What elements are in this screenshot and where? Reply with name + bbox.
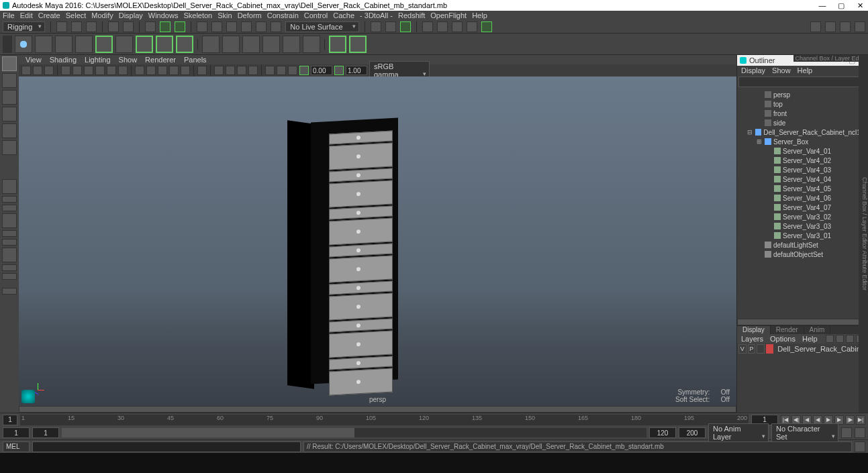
camera-select-icon[interactable] — [21, 66, 31, 75]
menu-file[interactable]: File — [3, 11, 15, 19]
menu-deform[interactable]: Deform — [238, 11, 262, 19]
skin-bind-icon[interactable] — [95, 36, 113, 53]
select-mode-icon[interactable] — [145, 21, 156, 32]
layout-persp-icon[interactable] — [2, 248, 17, 262]
outliner-item-Server_Var4_06[interactable]: Server_Var4_06 — [737, 193, 868, 203]
outliner-item-defaultLightSet[interactable]: defaultLightSet — [737, 240, 868, 250]
menu-help[interactable]: Help — [472, 11, 487, 19]
far-clip-input[interactable] — [346, 66, 367, 75]
server-rack-model[interactable] — [287, 120, 398, 392]
panel-layout-icon[interactable] — [481, 21, 492, 32]
smooth-shade-icon[interactable] — [146, 66, 156, 75]
grid-toggle-icon[interactable] — [61, 66, 70, 75]
outliner-item-front[interactable]: front — [737, 109, 868, 118]
outliner-item-Dell_Server_Rack_Cabinet_ncl1_1[interactable]: ⊟Dell_Server_Rack_Cabinet_ncl1_1 — [737, 127, 868, 137]
outliner-item-top[interactable]: top — [737, 99, 868, 109]
copy-weights-icon[interactable] — [283, 36, 300, 53]
layer-menu-layers[interactable]: Layers — [741, 335, 763, 343]
snap-point-icon[interactable] — [226, 21, 237, 32]
paint-select-tool[interactable] — [2, 90, 17, 105]
outliner-menu-help[interactable]: Help — [798, 66, 813, 74]
timeline-track[interactable]: 1153045607590105120135150165180195200 — [20, 415, 749, 425]
menu-skin[interactable]: Skin — [218, 11, 232, 19]
menu-create[interactable]: Create — [38, 11, 60, 19]
layout-three-icon[interactable] — [2, 230, 17, 237]
toggle-channelbox-icon[interactable] — [825, 21, 836, 32]
minimize-button[interactable]: — — [817, 1, 828, 10]
outliner-hscroll[interactable] — [737, 319, 868, 325]
current-frame-left-input[interactable] — [3, 415, 17, 425]
menu-edit[interactable]: Edit — [20, 11, 33, 19]
expander-icon[interactable]: ⊟ — [746, 129, 753, 136]
isolate-select-icon[interactable] — [197, 66, 207, 75]
constraint-icon[interactable] — [75, 36, 93, 53]
toggle-attr-icon[interactable] — [855, 21, 865, 32]
layout-single-icon[interactable] — [2, 179, 17, 194]
open-scene-icon[interactable] — [71, 21, 82, 32]
field-chart-icon[interactable] — [107, 66, 116, 75]
wire-icon[interactable] — [176, 36, 193, 53]
resolution-gate-icon[interactable] — [84, 66, 93, 75]
aa-icon[interactable] — [277, 66, 286, 75]
outliner-item-Server_Var3_01[interactable]: Server_Var3_01 — [737, 231, 868, 240]
undo-icon[interactable] — [108, 21, 119, 32]
render-view-icon[interactable] — [452, 21, 463, 32]
viewport-hscroll[interactable] — [19, 406, 736, 413]
redo-icon[interactable] — [123, 21, 134, 32]
autokey-icon[interactable] — [841, 427, 852, 438]
script-editor-icon[interactable] — [855, 441, 865, 452]
prune-weights-icon[interactable] — [303, 36, 320, 53]
smooth-weights-icon[interactable] — [242, 36, 260, 53]
ik-handle-icon[interactable] — [35, 36, 52, 53]
layout-two-v-icon[interactable] — [2, 213, 17, 228]
snap-curve-icon[interactable] — [211, 21, 222, 32]
lattice-icon[interactable] — [115, 36, 133, 53]
lasso-tool[interactable] — [2, 73, 17, 88]
layer-list[interactable]: VPDell_Server_Rack_Cabinet — [737, 344, 868, 413]
bookmark-icon[interactable] — [33, 66, 42, 75]
prefs-icon[interactable] — [855, 427, 865, 438]
layer-tab-anim[interactable]: Anim — [804, 326, 831, 334]
safe-action-icon[interactable] — [118, 66, 128, 75]
os-taskbar[interactable] — [0, 453, 868, 473]
step-forward-button[interactable]: |▶ — [845, 415, 855, 425]
outliner-item-Server_Var4_02[interactable]: Server_Var4_02 — [737, 156, 868, 165]
outliner-item-Server_Box[interactable]: ⊞Server_Box — [737, 137, 868, 146]
live-surface-dropdown[interactable]: No Live Surface — [285, 21, 359, 32]
panel-menu-show[interactable]: Show — [119, 56, 138, 64]
layout-graph-icon[interactable] — [2, 264, 17, 271]
gamma-toggle-icon[interactable] — [299, 66, 309, 75]
script-lang-label[interactable]: MEL — [3, 441, 30, 452]
shadows-icon[interactable] — [181, 66, 190, 75]
wireframe-icon[interactable] — [135, 66, 144, 75]
panel-menu-shading[interactable]: Shading — [50, 56, 77, 64]
layer-color-swatch[interactable] — [766, 344, 773, 354]
anim-end-input[interactable] — [679, 427, 706, 438]
range-track[interactable] — [62, 428, 646, 437]
new-scene-icon[interactable] — [56, 21, 67, 32]
xray-icon[interactable] — [214, 66, 224, 75]
layout-custom-icon[interactable] — [2, 288, 17, 295]
exposure-toggle-icon[interactable] — [334, 66, 344, 75]
shelf-tab-icon[interactable] — [3, 36, 12, 53]
scale-tool[interactable] — [2, 140, 17, 155]
select-tool[interactable] — [2, 56, 17, 71]
add-influence-icon[interactable] — [329, 36, 346, 53]
layer-visible-toggle[interactable]: V — [738, 344, 746, 354]
object-mode-icon[interactable] — [160, 21, 171, 32]
outliner-menu-display[interactable]: Display — [741, 66, 765, 74]
outliner-item-Server_Var4_01[interactable]: Server_Var4_01 — [737, 146, 868, 156]
film-gate-icon[interactable] — [73, 66, 82, 75]
layer-menu-options[interactable]: Options — [770, 335, 795, 343]
layer-menu-help[interactable]: Help — [802, 335, 818, 343]
menu-windows[interactable]: Windows — [148, 11, 179, 19]
outliner-search-input[interactable] — [738, 76, 867, 87]
remove-influence-icon[interactable] — [349, 36, 367, 53]
layer-move-up-icon[interactable] — [826, 335, 834, 343]
expander-icon[interactable]: ⊞ — [756, 138, 763, 145]
construction-history-icon[interactable] — [371, 21, 381, 32]
render-settings-icon[interactable] — [422, 21, 433, 32]
outliner-item-Server_Var4_07[interactable]: Server_Var4_07 — [737, 203, 868, 212]
move-tool[interactable] — [2, 107, 17, 121]
panel-menu-view[interactable]: View — [26, 56, 42, 64]
